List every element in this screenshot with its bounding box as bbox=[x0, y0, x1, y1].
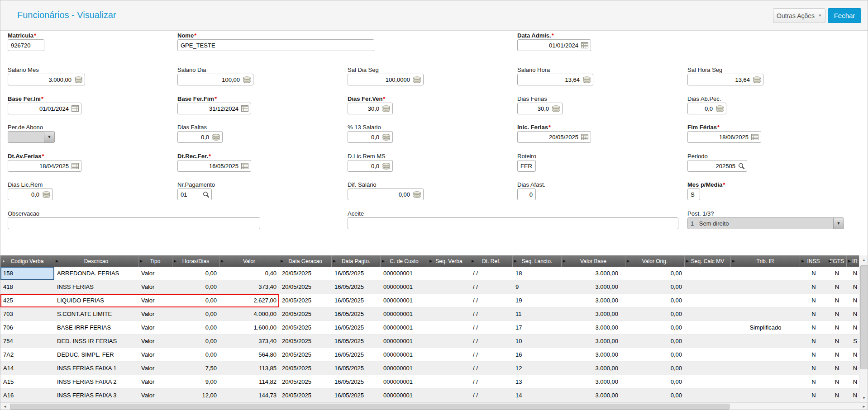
grid-cell[interactable]: 16/05/2025 bbox=[332, 294, 381, 307]
grid-cell[interactable] bbox=[428, 321, 470, 334]
grid-cell[interactable]: 3.000,00 bbox=[562, 348, 625, 361]
grid-cell[interactable]: 7A2 bbox=[0, 348, 54, 361]
grid-cell[interactable]: 0,00 bbox=[625, 280, 685, 293]
grid-cell[interactable]: 19 bbox=[513, 294, 562, 307]
grid-cell[interactable]: N bbox=[827, 307, 847, 320]
grid-cell[interactable]: / / bbox=[470, 362, 513, 375]
input-salario-dia[interactable]: 100,00 bbox=[177, 74, 253, 85]
input-base-fer-ini[interactable]: 01/01/2024 bbox=[8, 103, 81, 114]
input-dias-faltas[interactable]: 0,0 bbox=[177, 131, 223, 143]
grid-cell[interactable]: S.CONT.ATE LIMITE bbox=[54, 307, 138, 320]
money-icon[interactable] bbox=[715, 105, 726, 112]
grid-cell[interactable] bbox=[685, 389, 731, 402]
grid-cell[interactable]: N bbox=[827, 335, 847, 348]
grid-cell[interactable]: INSS FERIAS FAIXA 2 bbox=[54, 375, 138, 388]
grid-vertical-scrollbar[interactable]: ▲ ▼ bbox=[859, 255, 868, 402]
input-observacao[interactable] bbox=[8, 217, 260, 229]
input-dias-afast[interactable]: 0 bbox=[517, 189, 536, 200]
grid-cell[interactable]: 000000001 bbox=[381, 280, 428, 293]
grid-cell[interactable]: 0,00 bbox=[172, 307, 219, 320]
grid-cell[interactable] bbox=[731, 335, 800, 348]
grid-cell[interactable]: 3.000,00 bbox=[562, 375, 625, 388]
grid-cell[interactable]: N bbox=[800, 335, 827, 348]
grid-cell[interactable]: Simplificado bbox=[731, 321, 800, 334]
scroll-left-icon[interactable]: ◄ bbox=[0, 403, 10, 410]
money-icon[interactable] bbox=[552, 105, 562, 112]
grid-cell[interactable]: 000000001 bbox=[381, 348, 428, 361]
column-header-inss[interactable]: ▶INSS bbox=[800, 255, 827, 267]
grid-cell[interactable] bbox=[731, 389, 800, 402]
grid-cell[interactable]: 000000001 bbox=[381, 362, 428, 375]
grid-row-A14[interactable]: A14INSS FERIAS FAIXA 1Valor7,50113,8520/… bbox=[0, 362, 859, 375]
grid-cell[interactable]: 000000001 bbox=[381, 294, 428, 307]
grid-cell[interactable]: 0,00 bbox=[625, 362, 685, 375]
grid-cell[interactable]: 4.000,00 bbox=[219, 307, 279, 320]
grid-cell[interactable]: 3.000,00 bbox=[562, 280, 625, 293]
input-nr-pagamento[interactable]: 01 bbox=[177, 189, 212, 200]
grid-cell[interactable]: 3.000,00 bbox=[562, 321, 625, 334]
grid-cell[interactable]: 0,00 bbox=[172, 280, 219, 293]
column-header-fgts[interactable]: ▶FGTS bbox=[827, 255, 847, 267]
money-icon[interactable] bbox=[582, 76, 593, 83]
grid-cell[interactable]: N bbox=[827, 267, 847, 280]
input-sal-dia-seg[interactable]: 100,0000 bbox=[348, 74, 424, 85]
grid-cell[interactable]: N bbox=[847, 294, 859, 307]
grid-cell[interactable]: 20/05/2025 bbox=[279, 307, 332, 320]
money-icon[interactable] bbox=[753, 76, 763, 83]
grid-cell[interactable]: / / bbox=[470, 321, 513, 334]
calendar-icon[interactable] bbox=[581, 133, 591, 141]
column-header-data-pagto[interactable]: ▶Data Pagto. bbox=[332, 255, 381, 267]
input-salario-mes[interactable]: 3.000,00 bbox=[8, 74, 85, 85]
grid-cell[interactable]: 000000001 bbox=[381, 307, 428, 320]
grid-cell[interactable]: 0,00 bbox=[625, 335, 685, 348]
grid-cell[interactable]: N bbox=[800, 375, 827, 388]
grid-cell[interactable]: 3.000,00 bbox=[562, 389, 625, 402]
grid-cell[interactable]: 706 bbox=[0, 321, 54, 334]
grid-cell[interactable]: N bbox=[827, 294, 847, 307]
input-post-13[interactable]: 1 - Sem direito▼ bbox=[687, 217, 844, 229]
grid-cell[interactable]: Valor bbox=[138, 294, 172, 307]
grid-cell[interactable]: N bbox=[800, 362, 827, 375]
horizontal-scroll-thumb[interactable] bbox=[10, 404, 730, 410]
grid-cell[interactable]: 12 bbox=[513, 362, 562, 375]
grid-cell[interactable] bbox=[731, 307, 800, 320]
grid-cell[interactable]: 20/05/2025 bbox=[279, 335, 332, 348]
grid-cell[interactable]: 3.000,00 bbox=[562, 307, 625, 320]
grid-cell[interactable] bbox=[428, 389, 470, 402]
grid-cell[interactable]: 16/05/2025 bbox=[332, 280, 381, 293]
grid-cell[interactable]: N bbox=[827, 321, 847, 334]
grid-cell[interactable]: 0,00 bbox=[625, 389, 685, 402]
grid-cell[interactable]: 3.000,00 bbox=[562, 362, 625, 375]
grid-cell[interactable]: N bbox=[827, 348, 847, 361]
grid-row-418[interactable]: 418INSS FERIASValor0,00373,4020/05/20251… bbox=[0, 280, 859, 294]
calendar-icon[interactable] bbox=[241, 162, 251, 170]
grid-cell[interactable]: 114,82 bbox=[219, 375, 279, 388]
input-inic-ferias[interactable]: 20/05/2025 bbox=[517, 131, 591, 143]
grid-cell[interactable]: 0,00 bbox=[172, 321, 219, 334]
grid-cell[interactable]: 10 bbox=[513, 335, 562, 348]
input-d-lic-rem-ms[interactable]: 0,0 bbox=[348, 160, 393, 172]
scroll-right-icon[interactable]: ► bbox=[859, 403, 868, 410]
column-header-valor-base[interactable]: ▶Valor Base bbox=[562, 255, 625, 267]
grid-row-706[interactable]: 706BASE IRRF FERIASValor0,001.600,0020/0… bbox=[0, 321, 859, 335]
grid-cell[interactable]: 20/05/2025 bbox=[279, 375, 332, 388]
grid-cell[interactable]: / / bbox=[470, 335, 513, 348]
grid-cell[interactable]: / / bbox=[470, 280, 513, 293]
grid-cell[interactable]: N bbox=[847, 389, 859, 402]
grid-cell[interactable]: 20/05/2025 bbox=[279, 389, 332, 402]
grid-cell[interactable]: 14 bbox=[513, 389, 562, 402]
money-icon[interactable] bbox=[413, 76, 423, 83]
grid-cell[interactable]: 16/05/2025 bbox=[332, 375, 381, 388]
grid-horizontal-scrollbar[interactable]: ◄ ► bbox=[0, 402, 868, 410]
column-header-data-geracao[interactable]: ▶Data Geracao bbox=[279, 255, 332, 267]
grid-cell[interactable] bbox=[685, 294, 731, 307]
vertical-scroll-thumb[interactable] bbox=[860, 265, 868, 369]
calendar-icon[interactable] bbox=[751, 133, 761, 141]
money-icon[interactable] bbox=[212, 134, 222, 141]
input-dt-av-ferias[interactable]: 18/04/2025 bbox=[8, 160, 81, 172]
grid-cell[interactable]: / / bbox=[470, 307, 513, 320]
grid-cell[interactable] bbox=[428, 280, 470, 293]
money-icon[interactable] bbox=[74, 76, 85, 83]
input-periodo[interactable]: 202505 bbox=[687, 160, 747, 172]
grid-cell[interactable]: N bbox=[800, 294, 827, 307]
